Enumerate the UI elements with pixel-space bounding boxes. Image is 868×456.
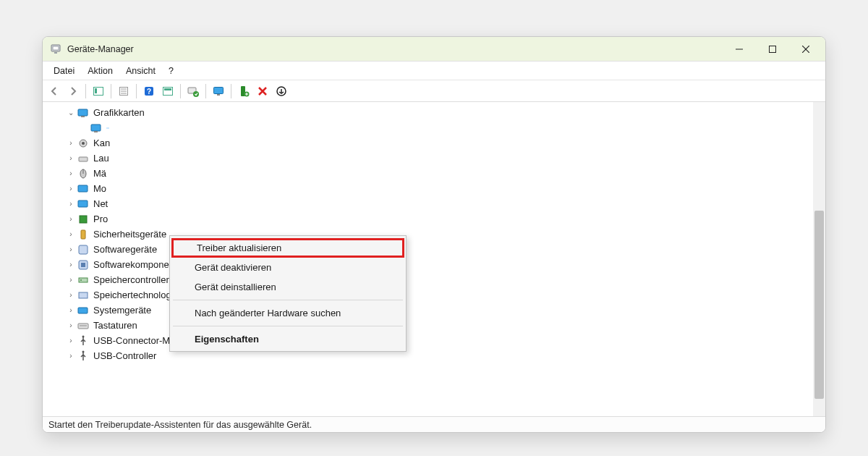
toolbar: ? bbox=[43, 80, 825, 102]
chevron-right-icon[interactable]: › bbox=[66, 215, 76, 223]
menu-update-driver[interactable]: Treiber aktualisieren bbox=[171, 238, 404, 258]
chevron-right-icon[interactable]: › bbox=[66, 139, 76, 147]
system-device-icon bbox=[77, 305, 89, 316]
svg-rect-4 bbox=[770, 46, 776, 52]
menu-properties[interactable]: Eigenschaften bbox=[171, 329, 404, 349]
tree-node-selected-gpu[interactable] bbox=[43, 120, 825, 135]
show-hide-tree-button[interactable] bbox=[90, 83, 107, 100]
maximize-button[interactable] bbox=[756, 38, 789, 61]
svg-rect-36 bbox=[81, 230, 85, 239]
tree-node[interactable]: › Mä bbox=[43, 166, 825, 181]
chevron-right-icon[interactable]: › bbox=[66, 321, 76, 329]
svg-point-29 bbox=[82, 142, 85, 145]
security-icon bbox=[77, 229, 89, 240]
minimize-button[interactable] bbox=[723, 38, 756, 61]
chevron-right-icon[interactable]: › bbox=[66, 306, 76, 314]
chevron-right-icon[interactable]: › bbox=[66, 352, 76, 360]
tree-node[interactable]: › Speichertechnologiegeräte bbox=[43, 287, 825, 303]
menu-uninstall-device[interactable]: Gerät deinstallieren bbox=[171, 277, 404, 297]
tree-pane: ⌄ Grafikkarten › Kan › Lau › bbox=[43, 102, 825, 416]
tree-node[interactable]: › USB-Connector-Manager bbox=[43, 333, 825, 348]
enable-device-button[interactable] bbox=[235, 83, 252, 100]
menu-action[interactable]: Aktion bbox=[81, 64, 119, 78]
network-icon bbox=[77, 198, 89, 210]
mouse-icon bbox=[77, 168, 89, 180]
chevron-right-icon[interactable]: › bbox=[66, 230, 76, 238]
menu-separator bbox=[173, 300, 403, 300]
scroll-thumb[interactable] bbox=[814, 211, 824, 399]
menubar: Datei Aktion Ansicht ? bbox=[43, 62, 825, 80]
chevron-right-icon[interactable]: › bbox=[66, 185, 76, 193]
chevron-right-icon[interactable]: › bbox=[66, 276, 76, 284]
tree-node-label: Net bbox=[93, 198, 108, 209]
tree-node[interactable]: › Mo bbox=[43, 181, 825, 196]
context-menu: Treiber aktualisieren Gerät deaktivieren… bbox=[169, 235, 407, 352]
menu-disable-device[interactable]: Gerät deaktivieren bbox=[171, 258, 404, 277]
tree-node[interactable]: › Sicherheitsgeräte bbox=[43, 227, 825, 242]
drive-icon bbox=[77, 153, 89, 164]
chevron-right-icon[interactable]: › bbox=[66, 200, 76, 208]
display-adapter-icon bbox=[90, 122, 102, 134]
tree-node[interactable]: › USB-Controller bbox=[43, 348, 825, 363]
software-device-icon bbox=[77, 244, 89, 256]
chevron-right-icon[interactable]: › bbox=[66, 291, 76, 299]
help-button[interactable]: ? bbox=[140, 83, 158, 100]
svg-rect-25 bbox=[81, 116, 85, 117]
device-manager-window: Geräte-Manager Datei Aktion Ansicht ? ? bbox=[42, 36, 826, 433]
monitor-button[interactable] bbox=[210, 83, 227, 100]
svg-rect-27 bbox=[94, 131, 98, 132]
update-driver-button[interactable] bbox=[184, 83, 202, 100]
menu-separator bbox=[173, 326, 403, 326]
statusbar: Startet den Treiberupdate-Assistenten fü… bbox=[43, 416, 825, 432]
tree-node-grafikkarten[interactable]: ⌄ Grafikkarten bbox=[43, 105, 825, 120]
tree-node[interactable]: › Softwarekomponenten bbox=[43, 257, 825, 272]
tree-node[interactable]: › Kan bbox=[43, 135, 825, 151]
svg-rect-39 bbox=[81, 263, 85, 267]
close-button[interactable] bbox=[789, 38, 822, 61]
storage-tech-icon bbox=[77, 290, 89, 301]
forward-button[interactable] bbox=[64, 83, 82, 100]
properties-button[interactable] bbox=[115, 83, 132, 100]
disable-device-button[interactable] bbox=[273, 83, 290, 100]
back-button[interactable] bbox=[46, 83, 63, 100]
svg-point-18 bbox=[193, 91, 199, 97]
svg-rect-20 bbox=[217, 94, 220, 96]
tree-node[interactable]: › Lau bbox=[43, 151, 825, 166]
svg-rect-37 bbox=[79, 245, 88, 254]
tree-node[interactable]: › Tastaturen bbox=[43, 318, 825, 333]
menu-file[interactable]: Datei bbox=[47, 64, 81, 78]
menu-help[interactable]: ? bbox=[162, 64, 180, 78]
tree-node-label: Tastaturen bbox=[93, 320, 137, 331]
svg-rect-1 bbox=[53, 46, 59, 50]
svg-rect-2 bbox=[54, 52, 57, 54]
svg-point-46 bbox=[82, 335, 85, 337]
monitor-icon bbox=[77, 183, 89, 195]
chevron-right-icon[interactable]: › bbox=[66, 245, 76, 253]
software-component-icon bbox=[77, 259, 89, 271]
chevron-right-icon[interactable]: › bbox=[66, 261, 76, 269]
processor-icon bbox=[77, 214, 89, 225]
svg-rect-24 bbox=[78, 109, 88, 116]
uninstall-device-button[interactable] bbox=[254, 83, 271, 100]
chevron-right-icon[interactable]: › bbox=[66, 337, 76, 345]
usb-icon bbox=[77, 350, 89, 362]
tree-node[interactable]: › Softwaregeräte bbox=[43, 242, 825, 257]
menu-view[interactable]: Ansicht bbox=[119, 64, 162, 78]
svg-rect-30 bbox=[79, 157, 88, 161]
chevron-right-icon[interactable]: › bbox=[66, 154, 76, 162]
svg-point-47 bbox=[82, 350, 85, 352]
chevron-down-icon[interactable]: ⌄ bbox=[66, 109, 76, 117]
menu-scan-hardware[interactable]: Nach geänderter Hardware suchen bbox=[171, 303, 404, 323]
tree-node[interactable]: › Systemgeräte bbox=[43, 303, 825, 318]
tree-node[interactable]: › Pro bbox=[43, 211, 825, 227]
tree-node-label: USB-Controller bbox=[93, 350, 156, 361]
tree-node[interactable]: › Net bbox=[43, 196, 825, 211]
vertical-scrollbar[interactable] bbox=[813, 102, 825, 416]
titlebar: Geräte-Manager bbox=[43, 37, 825, 62]
camera-icon bbox=[77, 138, 89, 149]
scan-hardware-button[interactable] bbox=[159, 83, 176, 100]
device-tree[interactable]: ⌄ Grafikkarten › Kan › Lau › bbox=[43, 102, 825, 416]
svg-rect-19 bbox=[214, 87, 224, 93]
chevron-right-icon[interactable]: › bbox=[66, 169, 76, 177]
tree-node[interactable]: › Speichercontroller bbox=[43, 272, 825, 287]
